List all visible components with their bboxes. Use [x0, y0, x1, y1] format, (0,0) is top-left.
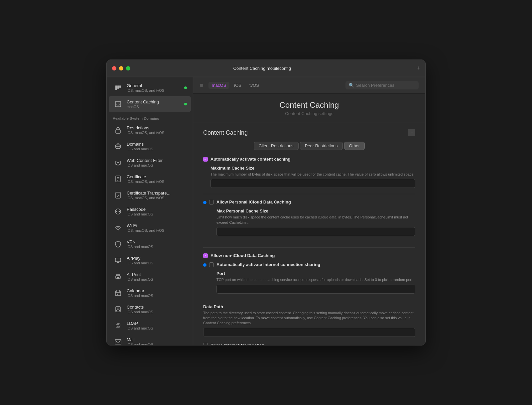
allow-personal-icloud-row: Allow Personal iCloud Data Caching Max P… — [203, 200, 415, 242]
max-personal-cache-row: Max Personal Cache Size Limit how much d… — [209, 208, 415, 236]
sidebar-item-certificate[interactable]: Certificate iOS, macOS, and tvOS — [109, 171, 191, 187]
sidebar-content-caching-sub: macOS — [127, 105, 184, 109]
search-icon: 🔍 — [349, 83, 354, 88]
auto-activate-internet-checkbox[interactable] — [209, 262, 214, 267]
ldap-name: LDAP — [127, 321, 187, 326]
sidebar-item-general[interactable]: General iOS, macOS, and tvOS — [109, 80, 191, 96]
sidebar-section-label: Available System Domains — [107, 112, 193, 122]
wifi-text: Wi-Fi iOS, macOS, and tvOS — [127, 223, 187, 232]
domains-icon — [113, 141, 123, 152]
max-personal-cache-input[interactable] — [216, 227, 415, 236]
calendar-text: Calendar iOS and macOS — [127, 288, 187, 298]
page-subtitle: Content Caching settings — [193, 111, 425, 119]
tab-peer-restrictions[interactable]: Peer Restrictions — [300, 142, 343, 150]
sidebar-general-name: General — [127, 83, 184, 88]
web-content-sub: iOS and macOS — [127, 163, 187, 167]
port-label: Port — [216, 271, 415, 276]
svg-rect-22 — [115, 291, 121, 296]
tab-macos[interactable]: macOS — [208, 82, 229, 89]
svg-rect-26 — [117, 294, 118, 295]
mail-text: Mail iOS and macOS — [127, 337, 187, 345]
airplay-icon — [113, 255, 123, 266]
calendar-sub: iOS and macOS — [127, 294, 187, 298]
airprint-icon — [113, 271, 123, 282]
allow-non-icloud-checkbox[interactable] — [203, 253, 208, 258]
svg-point-18 — [118, 230, 118, 231]
collapse-button[interactable]: − — [408, 129, 415, 136]
search-box: 🔍 — [345, 81, 419, 89]
sidebar-item-airplay[interactable]: AirPlay iOS and macOS — [109, 252, 191, 268]
sidebar-item-wifi[interactable]: Wi-Fi iOS, macOS, and tvOS — [109, 220, 191, 236]
airplay-name: AirPlay — [127, 256, 187, 261]
wifi-name: Wi-Fi — [127, 223, 187, 228]
main-header: macOS iOS tvOS 🔍 — [193, 77, 425, 94]
web-content-filter-icon — [113, 157, 123, 168]
airprint-text: AirPrint iOS and macOS — [127, 272, 187, 281]
max-cache-size-label: Maximum Cache Size — [210, 166, 415, 171]
sidebar-item-web-content-filter[interactable]: Web Content Filter iOS and macOS — [109, 155, 191, 171]
sidebar-item-ldap[interactable]: @ LDAP iOS and macOS — [109, 318, 191, 334]
sidebar-item-calendar[interactable]: Calendar iOS and macOS — [109, 285, 191, 301]
data-path-input[interactable] — [203, 328, 415, 337]
sidebar-item-vpn[interactable]: VPN iOS and macOS — [109, 236, 191, 252]
tab-tvos[interactable]: tvOS — [246, 82, 262, 89]
sidebar-item-mail[interactable]: Mail iOS and macOS — [109, 334, 191, 345]
port-input[interactable] — [216, 285, 415, 294]
contacts-text: Contacts iOS and macOS — [127, 305, 187, 314]
sidebar-item-contacts[interactable]: Contacts iOS and macOS — [109, 301, 191, 317]
mail-sub: iOS and macOS — [127, 342, 187, 345]
auto-activate-internet-indicator — [203, 263, 206, 267]
data-path-desc: The path to the directory used to store … — [203, 311, 415, 326]
auto-activate-row: Automatically activate content caching — [203, 157, 415, 162]
sidebar-content-caching-name: Content Caching — [127, 99, 184, 104]
general-icon — [113, 82, 123, 93]
content-caching-icon — [113, 99, 123, 109]
add-button[interactable]: + — [416, 65, 420, 72]
allow-non-icloud-row: Allow non-iCloud Data Caching — [203, 253, 415, 258]
restrictions-icon — [113, 125, 123, 135]
section-container: Content Caching − Client Restrictions Pe… — [193, 122, 425, 345]
ldap-text: LDAP iOS and macOS — [127, 321, 187, 330]
max-cache-size-desc: The maximum number of bytes of disk spac… — [210, 172, 415, 177]
cert-trans-text: Certificate Transpare... iOS, macOS, and… — [127, 191, 187, 200]
sidebar-item-content-caching[interactable]: Content Caching macOS — [109, 96, 191, 112]
contacts-name: Contacts — [127, 305, 187, 310]
share-internet-label: Share Internet Connection — [210, 343, 265, 345]
sidebar-item-restrictions[interactable]: Restrictions iOS, macOS, and tvOS — [109, 122, 191, 138]
certificate-text: Certificate iOS, macOS, and tvOS — [127, 174, 187, 184]
personal-icloud-indicator — [203, 201, 206, 204]
personal-icloud-checkbox[interactable] — [209, 200, 214, 204]
domains-sub: iOS and macOS — [127, 147, 187, 151]
port-desc: TCP port on which the content caching se… — [216, 277, 415, 282]
main-panel: macOS iOS tvOS 🔍 Content Caching Content… — [193, 77, 425, 345]
header-status-dot — [200, 84, 203, 87]
svg-rect-5 — [116, 130, 120, 133]
restrictions-name: Restrictions — [127, 125, 187, 130]
sidebar-item-domains[interactable]: Domains iOS and macOS — [109, 138, 191, 154]
data-path-row: Data Path The path to the directory used… — [203, 304, 415, 337]
share-internet-checkbox[interactable] — [203, 343, 208, 345]
tab-ios[interactable]: iOS — [231, 82, 245, 89]
max-cache-size-input[interactable] — [210, 179, 415, 188]
svg-rect-1 — [117, 85, 119, 89]
airprint-sub: iOS and macOS — [127, 277, 187, 281]
auto-activate-label: Automatically activate content caching — [210, 157, 291, 162]
cert-trans-sub: iOS, macOS, and tvOS — [127, 196, 187, 200]
auto-activate-checkbox[interactable] — [203, 157, 208, 162]
sidebar-item-certificate-trans[interactable]: Certificate Transpare... iOS, macOS, and… — [109, 187, 191, 203]
sidebar-content-caching-dot — [184, 103, 187, 105]
tab-other[interactable]: Other — [344, 142, 365, 150]
contacts-sub: iOS and macOS — [127, 310, 187, 314]
vpn-text: VPN iOS and macOS — [127, 239, 187, 249]
search-input[interactable] — [356, 83, 415, 88]
vpn-name: VPN — [127, 239, 187, 244]
mail-icon — [113, 337, 123, 345]
allow-non-icloud-label: Allow non-iCloud Data Caching — [210, 253, 275, 258]
wifi-sub: iOS, macOS, and tvOS — [127, 228, 187, 232]
sidebar-item-passcode[interactable]: Passcode iOS and macOS — [109, 203, 191, 219]
sidebar-item-airprint[interactable]: AirPrint iOS and macOS — [109, 269, 191, 285]
tab-client-restrictions[interactable]: Client Restrictions — [254, 142, 299, 150]
cert-trans-icon — [113, 190, 123, 201]
wifi-icon — [113, 222, 123, 233]
max-cache-size-row: Maximum Cache Size The maximum number of… — [203, 166, 415, 188]
